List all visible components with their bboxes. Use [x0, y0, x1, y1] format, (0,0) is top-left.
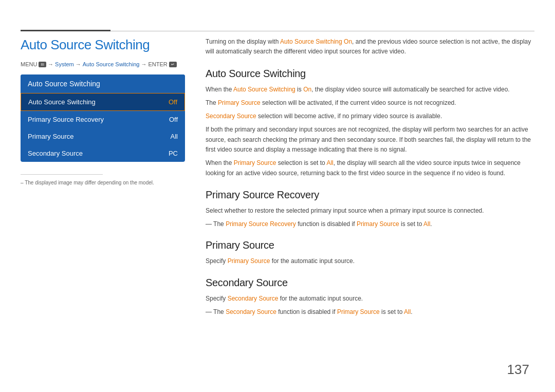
arrow3: → — [141, 61, 146, 67]
menu-box-title: Auto Source Switching — [21, 74, 185, 93]
section-title-primary-source: Primary Source — [206, 239, 534, 251]
para-primary-1: Specify Primary Source for the automatic… — [206, 256, 534, 267]
system-link: System — [55, 61, 74, 67]
menu-item-secondary-source[interactable]: Secondary Source PC — [21, 145, 185, 162]
menu-item-value: Off — [169, 98, 177, 106]
menu-item-primary-source[interactable]: Primary Source All — [21, 128, 185, 145]
section-title-secondary-source: Secondary Source — [206, 277, 534, 289]
menu-item-label: Secondary Source — [28, 150, 83, 157]
arrow1: → — [48, 61, 53, 67]
para-recovery-2: ― The Primary Source Recovery function i… — [206, 219, 534, 230]
menu-item-label: Primary Source — [28, 133, 74, 140]
page-number: 137 — [507, 362, 529, 378]
section-title-auto-source: Auto Source Switching — [206, 68, 534, 80]
page-title: Auto Source Switching — [21, 37, 185, 53]
arrow2: → — [76, 61, 81, 67]
section-primary-recovery: Primary Source Recovery Select whether t… — [206, 189, 534, 230]
menu-label: MENU — [21, 61, 37, 67]
para-2: The Primary Source selection will be act… — [206, 98, 534, 108]
menu-item-value: PC — [169, 150, 178, 157]
para-4: If both the primary and secondary input … — [206, 125, 534, 155]
menu-icon: III — [39, 62, 46, 67]
menu-path: MENU III → System → Auto Source Switchin… — [21, 61, 185, 67]
menu-box: Auto Source Switching Auto Source Switch… — [21, 74, 185, 162]
menu-item-auto-source[interactable]: Auto Source Switching Off — [21, 93, 185, 111]
top-rule-accent — [21, 30, 110, 31]
divider — [21, 174, 103, 175]
menu-item-label: Auto Source Switching — [28, 98, 96, 106]
right-column: Turning on the display with Auto Source … — [206, 37, 534, 328]
menu-item-primary-recovery[interactable]: Primary Source Recovery Off — [21, 111, 185, 128]
para-5: When the Primary Source selection is set… — [206, 158, 534, 179]
menu-item-value: All — [171, 133, 178, 140]
para-3: Secondary Source selection will become a… — [206, 111, 534, 122]
para-1: When the Auto Source Switching is On, th… — [206, 85, 534, 95]
para-secondary-1: Specify Secondary Source for the automat… — [206, 294, 534, 304]
enter-label: ENTER — [148, 61, 167, 67]
menu-item-value: Off — [169, 116, 178, 123]
section-primary-source: Primary Source Specify Primary Source fo… — [206, 239, 534, 267]
footnote: – The displayed image may differ dependi… — [21, 180, 185, 185]
para-secondary-2: ― The Secondary Source function is disab… — [206, 307, 534, 318]
section-auto-source: Auto Source Switching When the Auto Sour… — [206, 68, 534, 178]
menu-item-label: Primary Source Recovery — [28, 116, 104, 123]
section-title-primary-recovery: Primary Source Recovery — [206, 189, 534, 201]
auto-source-link: Auto Source Switching — [83, 61, 140, 67]
highlight-auto-source-on: Auto Source Switching On — [280, 38, 352, 45]
left-column: Auto Source Switching MENU III → System … — [21, 37, 185, 328]
enter-icon: ↵ — [169, 62, 177, 67]
para-recovery-1: Select whether to restore the selected p… — [206, 206, 534, 216]
intro-text: Turning on the display with Auto Source … — [206, 37, 534, 57]
section-secondary-source: Secondary Source Specify Secondary Sourc… — [206, 277, 534, 318]
